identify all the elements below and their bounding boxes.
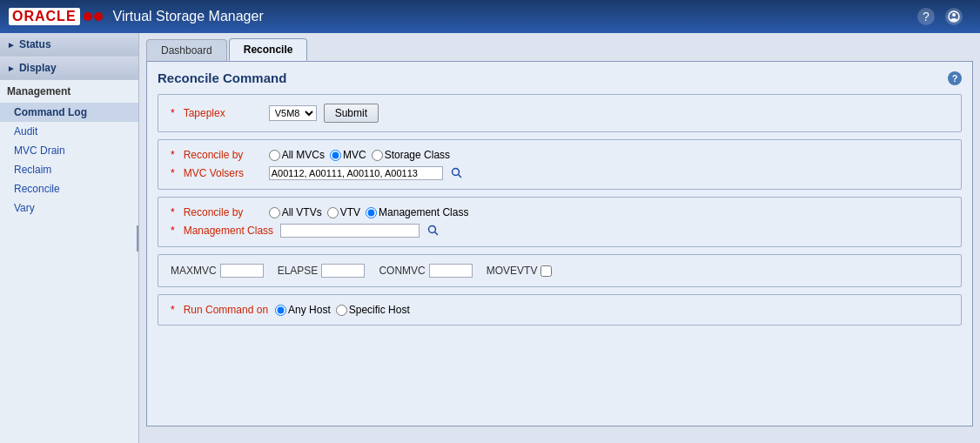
radio-specific-host-label: Specific Host [349, 304, 410, 316]
page-help-icon[interactable]: ? [948, 71, 962, 85]
mvc-volsers-required: * [171, 167, 175, 179]
svg-point-1 [952, 13, 956, 17]
sidebar-item-audit[interactable]: Audit [0, 122, 138, 141]
sidebar: ► Status ► Display Management Command Lo… [0, 33, 139, 443]
radio-specific-host[interactable]: Specific Host [336, 304, 410, 316]
radio-any-host-input[interactable] [275, 305, 286, 316]
reconcile-by-vtv-required: * [171, 206, 175, 218]
sidebar-item-vary[interactable]: Vary [0, 198, 138, 218]
conmvc-input[interactable] [429, 264, 473, 278]
radio-all-vtvs[interactable]: All VTVs [269, 206, 322, 218]
sidebar-status-header[interactable]: ► Status [0, 33, 138, 56]
svg-line-3 [458, 175, 461, 178]
management-class-input[interactable] [280, 224, 420, 238]
run-command-radio-group: Any Host Specific Host [275, 304, 410, 316]
tapeplex-row: * Tapeplex V5M8 Submit [171, 104, 949, 123]
header-user-icon[interactable] [945, 8, 963, 25]
movevtv-checkbox[interactable] [540, 265, 552, 277]
sidebar-section-status: ► Status [0, 33, 138, 57]
radio-vtv-label: VTV [340, 206, 360, 218]
radio-all-vtvs-label: All VTVs [282, 206, 322, 218]
reconcile-by-vtv-row: * Reconcile by All VTVs VTV [171, 206, 949, 218]
radio-storage-class-input[interactable] [372, 150, 383, 161]
reconcile-mvc-section: * Reconcile by All MVCs MVC [158, 139, 962, 190]
radio-management-class-label: Management Class [379, 206, 468, 218]
oracle-logo: ORACLE [9, 8, 103, 25]
radio-any-host[interactable]: Any Host [275, 304, 331, 316]
sidebar-display-label: Display [19, 62, 57, 74]
reconcile-by-mvc-label: Reconcile by [184, 149, 262, 161]
mvc-volsers-row: * MVC Volsers [171, 166, 949, 180]
radio-all-mvcs-input[interactable] [269, 150, 280, 161]
run-command-required: * [171, 304, 175, 316]
radio-all-mvcs[interactable]: All MVCs [269, 149, 325, 161]
radio-all-mvcs-label: All MVCs [282, 149, 325, 161]
mvc-volsers-label: MVC Volsers [184, 167, 262, 179]
sidebar-item-mvc-drain[interactable]: MVC Drain [0, 141, 138, 160]
submit-button[interactable]: Submit [324, 104, 379, 123]
radio-mvc-input[interactable] [330, 150, 341, 161]
tab-dashboard[interactable]: Dashboard [146, 39, 227, 61]
maxmvc-field: MAXMVC [171, 264, 264, 278]
header-icons: ? [917, 8, 963, 25]
header-help-icon[interactable]: ? [917, 8, 935, 25]
sidebar-display-header[interactable]: ► Display [0, 57, 138, 79]
tabs-bar: Dashboard Reconcile [139, 33, 980, 61]
status-arrow-icon: ► [7, 40, 16, 50]
content-body: Reconcile Command ? * Tapeplex V5M8 Subm… [146, 61, 973, 426]
maxmvc-input[interactable] [220, 264, 264, 278]
svg-line-5 [435, 232, 439, 236]
radio-specific-host-input[interactable] [336, 305, 347, 316]
sidebar-item-command-log[interactable]: Command Log [0, 103, 138, 122]
oracle-circle-2 [94, 12, 103, 21]
mvc-volsers-search-icon[interactable] [450, 166, 464, 180]
movevtv-field: MOVEVTV [487, 265, 553, 277]
reconcile-vtv-section: * Reconcile by All VTVs VTV [158, 197, 962, 247]
radio-vtv-input[interactable] [327, 207, 339, 218]
reconcile-by-mvc-radio-group: All MVCs MVC Storage Class [269, 149, 450, 161]
app-title: Virtual Storage Manager [113, 9, 264, 24]
radio-all-vtvs-input[interactable] [269, 207, 280, 218]
elapse-field: ELAPSE [278, 264, 366, 278]
management-class-required: * [171, 225, 175, 237]
movevtv-label: MOVEVTV [487, 265, 538, 277]
page-title: Reconcile Command ? [158, 70, 962, 85]
mvc-volsers-input[interactable] [269, 166, 443, 180]
tab-reconcile[interactable]: Reconcile [229, 38, 308, 61]
radio-management-class-input[interactable] [366, 207, 377, 218]
oracle-circle-1 [84, 12, 92, 21]
tapeplex-label: Tapeplex [184, 107, 262, 119]
radio-storage-class[interactable]: Storage Class [372, 149, 450, 161]
conmvc-field: CONMVC [379, 264, 472, 278]
svg-point-4 [429, 226, 436, 233]
run-command-label: Run Command on [184, 304, 268, 316]
content-area: Dashboard Reconcile Reconcile Command ? … [139, 33, 980, 443]
reconcile-by-vtv-radio-group: All VTVs VTV Management Class [269, 206, 469, 218]
sidebar-item-reclaim[interactable]: Reclaim [0, 160, 138, 179]
radio-mvc[interactable]: MVC [330, 149, 366, 161]
reconcile-by-vtv-label: Reconcile by [184, 206, 262, 218]
maxmvc-label: MAXMVC [171, 265, 217, 277]
radio-storage-class-label: Storage Class [385, 149, 450, 161]
sidebar-management-label: Management [0, 80, 138, 103]
sidebar-item-reconcile[interactable]: Reconcile [0, 179, 138, 198]
reconcile-by-mvc-row: * Reconcile by All MVCs MVC [171, 149, 949, 161]
oracle-circles [84, 12, 103, 21]
oracle-text: ORACLE [9, 8, 80, 25]
display-arrow-icon: ► [7, 64, 16, 73]
management-class-search-icon[interactable] [426, 224, 440, 238]
page-title-text: Reconcile Command [158, 70, 286, 85]
radio-vtv[interactable]: VTV [327, 206, 360, 218]
elapse-input[interactable] [321, 264, 365, 278]
sidebar-section-display: ► Display [0, 57, 138, 80]
sidebar-status-label: Status [19, 38, 51, 50]
svg-point-2 [452, 169, 459, 176]
elapse-label: ELAPSE [278, 265, 319, 277]
management-class-label: Management Class [184, 225, 273, 237]
radio-mvc-label: MVC [343, 149, 366, 161]
tapeplex-select[interactable]: V5M8 [269, 105, 317, 121]
run-command-row: * Run Command on Any Host Specific Host [171, 304, 949, 316]
radio-management-class[interactable]: Management Class [366, 206, 468, 218]
run-command-section: * Run Command on Any Host Specific Host [158, 294, 962, 326]
conmvc-label: CONMVC [379, 265, 425, 277]
